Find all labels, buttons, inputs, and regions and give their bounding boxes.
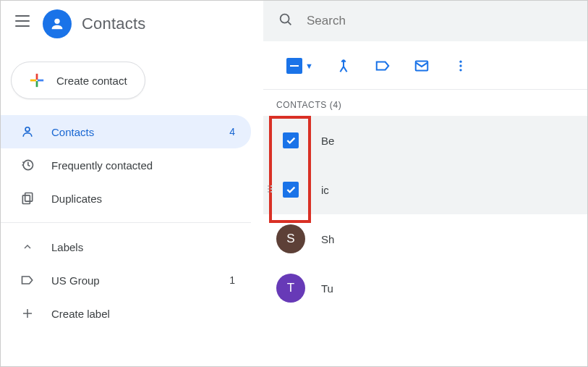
drag-handle-icon[interactable]: ⠿ [266, 187, 274, 193]
svg-rect-7 [25, 193, 33, 202]
section-header: CONTACTS (4) [263, 90, 587, 116]
label-button[interactable] [374, 57, 391, 75]
svg-rect-3 [30, 80, 36, 82]
nav-label: Duplicates [51, 193, 102, 205]
divider [1, 222, 251, 223]
dropdown-arrow-icon: ▼ [305, 62, 313, 70]
svg-point-13 [459, 69, 461, 71]
svg-rect-4 [38, 80, 43, 82]
merge-button[interactable] [335, 57, 352, 75]
svg-point-0 [54, 19, 59, 24]
create-contact-button[interactable]: Create contact [11, 62, 145, 99]
selection-action-bar: ▼ [263, 41, 587, 90]
label-icon [20, 272, 35, 288]
app-header: Contacts [1, 7, 263, 48]
app-title: Contacts [82, 14, 145, 33]
indeterminate-checkbox-icon [286, 58, 302, 74]
search-icon [278, 12, 294, 30]
copy-icon [20, 190, 35, 206]
contact-avatar[interactable]: S [276, 224, 305, 253]
nav-contacts[interactable]: Contacts 4 [1, 115, 251, 148]
nav-count: 4 [229, 126, 235, 138]
main-panel: ▼ CONTACTS (4) Be⠿icSShTTu [263, 1, 587, 366]
person-icon [20, 124, 35, 140]
svg-rect-8 [22, 195, 30, 204]
checkmark-icon [283, 132, 299, 148]
contact-checkbox[interactable] [276, 132, 305, 148]
chevron-up-icon [20, 239, 35, 255]
contacts-logo [43, 9, 72, 38]
avatar-initial: S [276, 224, 305, 253]
contact-name: ic [321, 184, 329, 196]
sidebar: Contacts Create contact Contacts 4 Frequ… [1, 1, 263, 366]
email-button[interactable] [413, 57, 430, 75]
checkmark-icon [283, 182, 299, 198]
nav-label: Contacts [51, 126, 94, 138]
sidebar-nav: Contacts 4 Frequently contacted Duplicat… [1, 114, 263, 330]
create-label[interactable]: Create label [1, 297, 251, 330]
main-menu-button[interactable] [15, 15, 33, 33]
contact-row[interactable]: SSh [263, 214, 587, 263]
contact-name: Tu [321, 282, 333, 295]
svg-point-9 [281, 14, 289, 23]
more-actions-button[interactable] [452, 57, 469, 75]
search-bar[interactable] [263, 1, 587, 41]
selection-dropdown[interactable]: ▼ [286, 58, 313, 74]
label-name: US Group [51, 274, 100, 287]
label-item[interactable]: US Group 1 [1, 263, 251, 297]
contact-name: Be [321, 135, 334, 147]
search-input[interactable] [307, 14, 573, 28]
create-contact-label: Create contact [56, 75, 127, 87]
avatar-initial: T [276, 274, 305, 303]
svg-point-12 [459, 64, 461, 67]
contact-name: Sh [321, 233, 334, 245]
contact-row[interactable]: ⠿ic [263, 165, 587, 214]
plus-icon [29, 72, 45, 88]
nav-duplicates[interactable]: Duplicates [1, 182, 251, 215]
svg-point-5 [25, 127, 30, 132]
svg-rect-2 [36, 81, 38, 87]
nav-label: Frequently contacted [51, 159, 153, 172]
svg-point-11 [459, 61, 461, 63]
nav-frequent[interactable]: Frequently contacted [1, 148, 251, 182]
plus-small-icon [20, 305, 35, 321]
labels-toggle[interactable]: Labels [1, 230, 251, 263]
create-label-text: Create label [51, 308, 110, 320]
labels-header-text: Labels [51, 241, 83, 253]
svg-rect-1 [36, 74, 38, 80]
contact-avatar[interactable]: T [276, 274, 305, 303]
contact-row[interactable]: TTu [263, 263, 587, 313]
label-count: 1 [229, 274, 235, 286]
contact-list: Be⠿icSShTTu [263, 116, 587, 313]
contact-checkbox[interactable]: ⠿ [276, 182, 305, 198]
history-icon [20, 157, 35, 173]
contact-row[interactable]: Be [263, 116, 587, 165]
